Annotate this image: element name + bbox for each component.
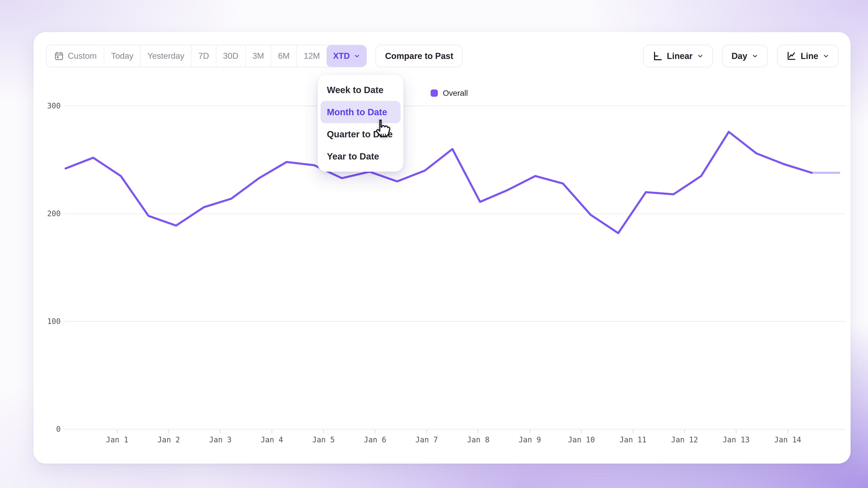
toolbar: Custom Today Yesterday 7D 30D 3M 6M 12M: [46, 45, 839, 67]
range-12m-button[interactable]: 12M: [296, 45, 327, 67]
chevron-down-icon: [353, 53, 361, 60]
range-custom-label: Custom: [68, 51, 96, 61]
menu-item-week-to-date[interactable]: Week to Date: [320, 79, 401, 101]
chart-type-dropdown-button[interactable]: Line: [777, 45, 839, 67]
app-screen: 0100200300Jan 1Jan 2Jan 3Jan 4Jan 5Jan 6…: [0, 0, 868, 488]
chevron-down-icon: [697, 53, 704, 60]
granularity-dropdown-button[interactable]: Day: [722, 45, 768, 67]
chart-legend: Overall: [431, 89, 468, 98]
date-range-segmented-control: Custom Today Yesterday 7D 30D 3M 6M 12M: [46, 45, 367, 67]
range-today-button[interactable]: Today: [104, 45, 140, 67]
range-6m-button[interactable]: 6M: [271, 45, 296, 67]
range-yesterday-button[interactable]: Yesterday: [140, 45, 191, 67]
chart-options-group: Linear Day Line: [643, 45, 839, 67]
menu-item-year-to-date[interactable]: Year to Date: [320, 145, 401, 167]
range-3m-button[interactable]: 3M: [245, 45, 271, 67]
linear-axis-icon: [652, 51, 663, 61]
chevron-down-icon: [751, 53, 758, 60]
legend-label-overall: Overall: [443, 89, 468, 98]
range-custom-button[interactable]: Custom: [46, 45, 104, 67]
legend-swatch-overall: [431, 90, 438, 97]
chevron-down-icon: [822, 53, 830, 60]
range-30d-button[interactable]: 30D: [216, 45, 245, 67]
range-xtd-button[interactable]: XTD: [327, 45, 366, 67]
line-chart-icon: [786, 51, 797, 61]
compare-to-past-button[interactable]: Compare to Past: [375, 45, 463, 67]
hand-pointer-cursor: [371, 119, 391, 140]
range-7d-button[interactable]: 7D: [191, 45, 216, 67]
calendar-icon: [54, 51, 64, 61]
scale-dropdown-button[interactable]: Linear: [643, 45, 713, 67]
